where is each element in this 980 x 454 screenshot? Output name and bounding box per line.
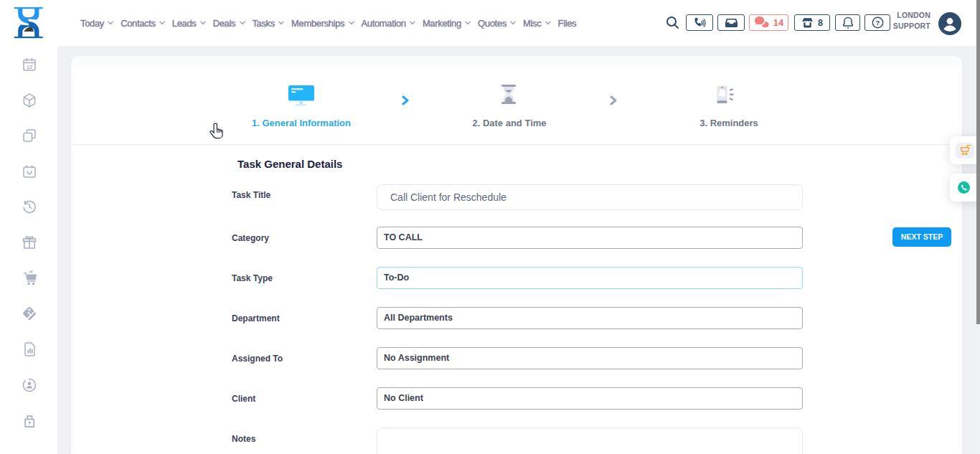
svg-text:12: 12 (27, 65, 32, 70)
